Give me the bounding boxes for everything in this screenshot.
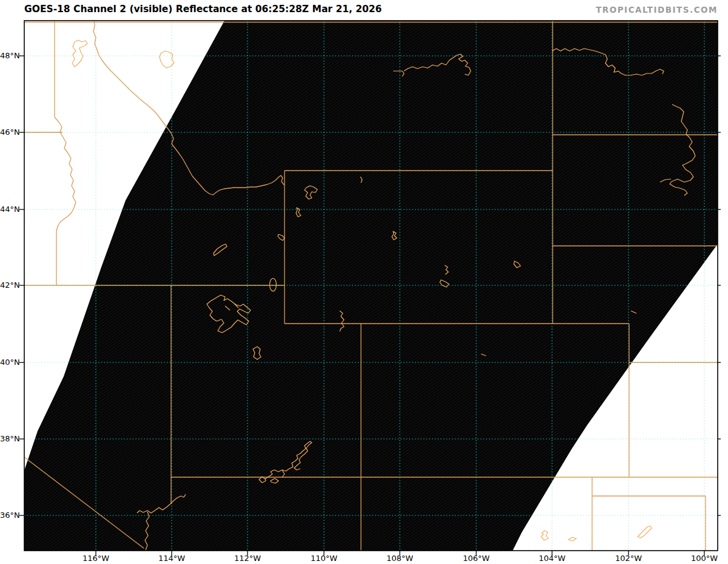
satellite-image-page: GOES-18 Channel 2 (visible) Reflectance … — [0, 0, 728, 564]
lon-tick-label: 104°W — [534, 553, 570, 563]
satellite-map-canvas — [0, 0, 728, 564]
lon-tick-label: 106°W — [458, 553, 494, 563]
lon-tick-label: 116°W — [78, 553, 114, 563]
lat-tick-label: 42°N — [0, 280, 19, 290]
lat-tick-label: 36°N — [0, 510, 19, 520]
lon-tick-label: 100°W — [686, 553, 723, 563]
lat-tick-label: 46°N — [0, 127, 19, 137]
lon-tick-label: 114°W — [153, 553, 190, 563]
small-lake-nm — [568, 537, 576, 541]
lat-tick-label: 40°N — [0, 357, 19, 367]
lake-meredith — [638, 526, 652, 538]
lat-tick-label: 48°N — [0, 50, 19, 61]
lon-tick-label: 110°W — [306, 553, 342, 563]
flathead-lake — [160, 51, 174, 68]
conchas-lake — [541, 531, 548, 540]
snake-river-border — [55, 117, 76, 285]
lon-tick-label: 112°W — [229, 553, 266, 563]
lat-tick-label: 44°N — [0, 204, 19, 214]
lake-pend-oreille — [72, 40, 87, 67]
lat-tick-label: 38°N — [0, 433, 19, 444]
lon-tick-label: 108°W — [382, 553, 418, 563]
lon-tick-label: 102°W — [610, 553, 647, 563]
